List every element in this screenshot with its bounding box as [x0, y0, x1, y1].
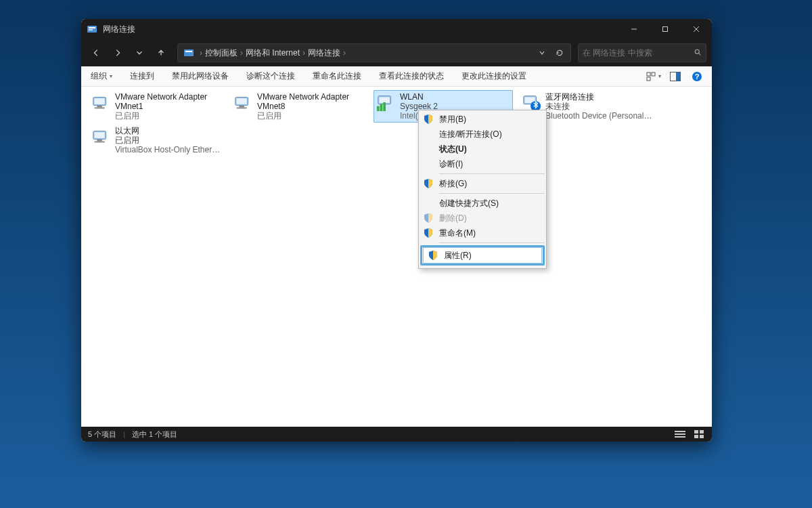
search-input[interactable] — [583, 48, 694, 58]
svg-rect-15 — [95, 98, 105, 104]
svg-rect-34 — [675, 431, 685, 432]
refresh-button[interactable] — [551, 45, 568, 61]
ctx-diagnose[interactable]: 诊断(I) — [419, 156, 546, 171]
minimize-button[interactable] — [618, 19, 650, 39]
connection-device: VirtualBox Host-Only Ethernet ... — [115, 145, 222, 154]
svg-rect-33 — [95, 142, 105, 143]
svg-rect-20 — [239, 106, 244, 108]
large-icons-view-button[interactable] — [693, 429, 705, 439]
connect-button[interactable]: 连接到 — [127, 69, 157, 83]
svg-rect-11 — [676, 72, 681, 81]
svg-rect-39 — [694, 435, 698, 438]
titlebar: 网络连接 — [81, 19, 712, 39]
breadcrumb-segment[interactable]: 网络连接 — [308, 47, 340, 59]
connection-item-vmnet1[interactable]: VMware Network Adapter VMnet1 已启用 — [89, 91, 225, 122]
svg-rect-16 — [97, 106, 102, 108]
up-button[interactable] — [152, 43, 171, 62]
status-bar: 5 个项目 | 选中 1 个项目 — [81, 427, 712, 442]
connection-name: VMware Network Adapter VMnet8 — [257, 92, 365, 111]
connection-status: 已启用 — [115, 135, 222, 145]
svg-rect-5 — [185, 51, 192, 52]
highlighted-item-border: 属性(R) — [420, 245, 545, 266]
connection-name: 以太网 — [115, 126, 222, 135]
ctx-create-shortcut[interactable]: 创建快捷方式(S) — [419, 196, 546, 211]
svg-rect-1 — [89, 27, 95, 28]
svg-rect-21 — [237, 108, 247, 109]
shield-icon — [423, 178, 434, 189]
maximize-button[interactable] — [650, 19, 681, 39]
disable-device-button[interactable]: 禁用此网络设备 — [169, 69, 231, 83]
connection-item-vmnet8[interactable]: VMware Network Adapter VMnet8 已启用 — [231, 91, 367, 122]
diagnose-button[interactable]: 诊断这个连接 — [244, 69, 298, 83]
preview-pane-button[interactable] — [667, 68, 683, 85]
ctx-delete: 删除(D) — [419, 211, 546, 226]
svg-rect-7 — [647, 72, 650, 76]
search-box[interactable] — [578, 43, 706, 62]
ctx-bridge[interactable]: 桥接(G) — [419, 176, 546, 191]
chevron-right-icon: › — [200, 48, 202, 58]
status-button[interactable]: 查看此连接的状态 — [376, 69, 447, 83]
svg-rect-9 — [647, 77, 650, 81]
rename-button[interactable]: 重命名此连接 — [310, 69, 364, 83]
wifi-adapter-icon — [376, 92, 396, 112]
shield-icon — [423, 213, 434, 224]
svg-rect-3 — [663, 27, 668, 32]
context-menu-separator — [439, 173, 545, 174]
connection-device: Bluetooth Device (Personal Ar... — [545, 111, 652, 121]
window-title: 网络连接 — [103, 24, 135, 35]
explorer-window: 网络连接 › 控制面板 › 网络和 Internet › 网络连接 › — [81, 19, 712, 442]
context-menu-separator — [439, 193, 545, 194]
details-view-button[interactable] — [674, 429, 686, 439]
view-button[interactable]: ▾ — [646, 68, 662, 85]
chevron-down-icon: ▾ — [110, 73, 112, 79]
svg-rect-2 — [89, 29, 93, 30]
status-total: 5 个项目 — [88, 429, 116, 440]
address-dropdown-button[interactable] — [534, 45, 550, 61]
connection-item-ethernet[interactable]: 以太网 已启用 VirtualBox Host-Only Ethernet ..… — [89, 125, 225, 156]
status-selected: 选中 1 个项目 — [132, 429, 177, 440]
search-icon[interactable] — [694, 48, 702, 58]
svg-text:?: ? — [695, 72, 700, 81]
svg-rect-35 — [675, 433, 685, 435]
svg-rect-40 — [700, 435, 704, 438]
lan-adapter-icon — [91, 126, 111, 146]
breadcrumb-segment[interactable]: 控制面板 — [205, 47, 238, 59]
ctx-status[interactable]: 状态(U) — [419, 142, 546, 156]
svg-rect-4 — [184, 49, 194, 56]
ctx-disable[interactable]: 禁用(B) — [419, 112, 546, 127]
context-menu-separator — [439, 242, 545, 243]
context-menu: 禁用(B) 连接/断开连接(O) 状态(U) 诊断(I) 桥接(G) 创建快捷方… — [418, 110, 547, 269]
svg-rect-23 — [380, 98, 390, 103]
close-button[interactable] — [681, 19, 712, 39]
connection-status: 未连接 — [545, 102, 652, 111]
svg-rect-24 — [377, 106, 380, 112]
navbar: › 控制面板 › 网络和 Internet › 网络连接 › — [81, 39, 712, 66]
help-button[interactable]: ? — [689, 68, 705, 85]
recent-button[interactable] — [130, 43, 149, 62]
command-bar: 组织▾ 连接到 禁用此网络设备 诊断这个连接 重命名此连接 查看此连接的状态 更… — [81, 66, 712, 87]
ctx-connect-disconnect[interactable]: 连接/断开连接(O) — [419, 127, 546, 142]
svg-rect-19 — [237, 98, 247, 104]
lan-adapter-icon — [233, 92, 253, 112]
svg-rect-25 — [380, 104, 383, 111]
chevron-right-icon: › — [343, 48, 346, 58]
settings-button[interactable]: 更改此连接的设置 — [459, 69, 529, 83]
svg-rect-37 — [694, 430, 698, 433]
chevron-right-icon: › — [240, 48, 243, 58]
ctx-rename[interactable]: 重命名(M) — [419, 226, 546, 240]
connection-status: 已启用 — [115, 111, 222, 121]
connection-name: 蓝牙网络连接 — [545, 92, 652, 102]
location-icon — [183, 47, 194, 58]
svg-rect-8 — [652, 72, 655, 76]
shield-icon — [428, 250, 438, 261]
connections-list: VMware Network Adapter VMnet1 已启用 VMware… — [81, 87, 712, 427]
organize-button[interactable]: 组织▾ — [88, 69, 115, 83]
forward-button[interactable] — [108, 43, 127, 62]
ctx-properties[interactable]: 属性(R) — [423, 247, 542, 263]
shield-icon — [423, 228, 434, 238]
svg-rect-31 — [95, 132, 105, 137]
breadcrumb-segment[interactable]: 网络和 Internet — [246, 47, 300, 59]
address-bar[interactable]: › 控制面板 › 网络和 Internet › 网络连接 › — [177, 43, 571, 62]
connection-status: 已启用 — [257, 111, 364, 121]
back-button[interactable] — [87, 43, 106, 62]
